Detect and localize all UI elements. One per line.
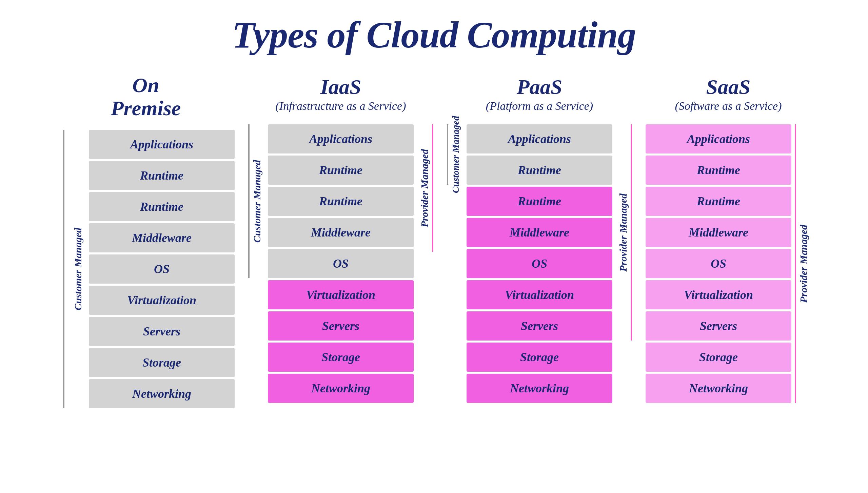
page-title: Types of Cloud Computing (232, 14, 636, 57)
cell-middleware-saas: Middleware (646, 218, 791, 247)
col-title-saas: SaaS (706, 75, 751, 98)
cell-runtime2-saas: Runtime (646, 187, 791, 216)
cell-servers-op: Servers (89, 317, 235, 346)
cell-servers-saas: Servers (646, 311, 791, 341)
diagram-area: OnPremise Customer Managed Applications … (20, 74, 848, 408)
cell-applications-iaas: Applications (268, 124, 414, 153)
col-header-paas: PaaS (Platform as a Service) (486, 74, 593, 114)
cell-runtime1-iaas: Runtime (268, 156, 414, 185)
cell-servers-iaas: Servers (268, 311, 414, 341)
col-header-saas: SaaS (Software as a Service) (675, 74, 782, 114)
col-header-on-premise: OnPremise (111, 74, 181, 120)
cell-runtime2-op: Runtime (89, 192, 235, 221)
cell-applications-paas: Applications (467, 124, 612, 153)
cell-runtime1-paas: Runtime (467, 156, 612, 185)
stack-iaas: Customer Managed Applications Runtime Ru… (248, 124, 433, 403)
cell-storage-op: Storage (89, 348, 235, 377)
cell-networking-saas: Networking (646, 374, 791, 403)
stack-saas: Applications Runtime Runtime Middleware … (646, 124, 811, 403)
label-provider-managed-iaas: Provider Managed (419, 149, 430, 227)
col-title-iaas: IaaS (320, 75, 361, 98)
cell-storage-saas: Storage (646, 343, 791, 372)
cell-os-op: OS (89, 254, 235, 284)
stack-on-premise: Customer Managed Applications Runtime Ru… (57, 130, 235, 408)
stack-cells-paas: Applications Runtime Runtime Middleware … (467, 124, 612, 403)
cell-middleware-op: Middleware (89, 223, 235, 252)
cell-networking-iaas: Networking (268, 374, 414, 403)
cell-runtime2-paas: Runtime (467, 187, 612, 216)
cell-applications-op: Applications (89, 130, 235, 159)
cell-runtime2-iaas: Runtime (268, 187, 414, 216)
column-iaas: IaaS (Infrastructure as a Service) Custo… (248, 74, 433, 403)
cell-virtualization-saas: Virtualization (646, 280, 791, 309)
cell-runtime1-op: Runtime (89, 161, 235, 190)
cell-storage-paas: Storage (467, 343, 612, 372)
label-provider-managed-saas: Provider Managed (798, 225, 809, 303)
column-on-premise: OnPremise Customer Managed Applications … (57, 74, 235, 408)
cell-os-saas: OS (646, 249, 791, 278)
col-subtitle-iaas: (Infrastructure as a Service) (276, 100, 406, 112)
cell-networking-op: Networking (89, 379, 235, 408)
cell-middleware-iaas: Middleware (268, 218, 414, 247)
label-provider-managed-paas: Provider Managed (617, 193, 629, 272)
col-header-iaas: IaaS (Infrastructure as a Service) (276, 74, 406, 114)
col-subtitle-saas: (Software as a Service) (675, 100, 782, 112)
label-customer-managed-on-premise: Customer Managed (72, 228, 84, 310)
cell-middleware-paas: Middleware (467, 218, 612, 247)
cell-storage-iaas: Storage (268, 343, 414, 372)
cell-virtualization-paas: Virtualization (467, 280, 612, 309)
label-customer-managed-iaas: Customer Managed (251, 160, 263, 243)
column-paas: PaaS (Platform as a Service) Customer Ma… (447, 74, 632, 403)
stack-cells-on-premise: Applications Runtime Runtime Middleware … (89, 130, 235, 408)
column-saas: SaaS (Software as a Service) Application… (646, 74, 811, 403)
stack-cells-iaas: Applications Runtime Runtime Middleware … (268, 124, 414, 403)
col-title-on-premise: OnPremise (111, 74, 181, 120)
stack-cells-saas: Applications Runtime Runtime Middleware … (646, 124, 791, 403)
cell-virtualization-op: Virtualization (89, 286, 235, 315)
col-title-paas: PaaS (517, 75, 562, 98)
cell-networking-paas: Networking (467, 374, 612, 403)
cell-os-iaas: OS (268, 249, 414, 278)
cell-applications-saas: Applications (646, 124, 791, 153)
label-customer-managed-paas: Customer Managed (450, 116, 461, 193)
cell-servers-paas: Servers (467, 311, 612, 341)
cell-virtualization-iaas: Virtualization (268, 280, 414, 309)
col-subtitle-paas: (Platform as a Service) (486, 100, 593, 112)
cell-runtime1-saas: Runtime (646, 156, 791, 185)
cell-os-paas: OS (467, 249, 612, 278)
stack-paas: Customer Managed Applications Runtime Ru… (447, 124, 632, 403)
